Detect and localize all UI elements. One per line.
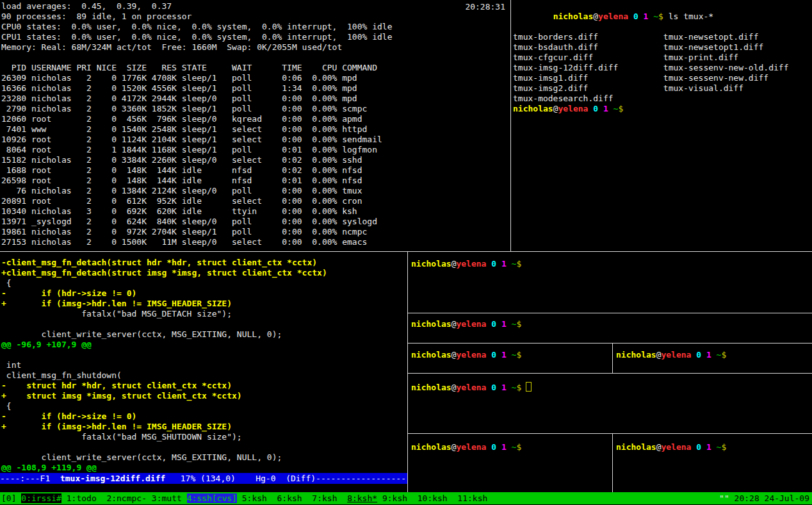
window-0-irssi[interactable]: 0:irssi# [21,493,61,503]
diff-line: + if (imsg->hdr.len != IMSG_HEADER_SIZE) [1,422,327,432]
prompt-status-1: 1 [501,350,507,360]
prompt-dollar: $ [618,104,623,113]
shell-prompt: nicholas@yelena 0 1 ~$ [616,442,726,452]
prompt-space [598,104,603,113]
diff-line: client_msg_fn_shutdown( [1,370,327,381]
prompt-status-0: 0 [491,259,496,269]
status-window-list: [0] 0:irssi# 1:todo 2:ncmpc- 3:mutt 4:ss… [1,492,487,504]
pane-emacs[interactable]: -client_msg_fn_detach(struct hdr *hdr, s… [0,252,407,492]
window-10-ksh[interactable]: 10:ksh [418,493,448,503]
prompt-status-1: 1 [501,259,507,269]
divider-right-3 [408,373,812,374]
status-separator [237,493,242,503]
prompt-user: nicholas [411,350,451,360]
prompt-user: nicholas [411,442,451,452]
status-separator [407,493,418,503]
shell-prompt: nicholas@yelena 0 1 ~$ [411,259,521,269]
prompt-dollar: $ [516,350,521,360]
prompt-status-1: 1 [603,104,608,113]
pane-shell-2[interactable]: nicholas@yelena 0 1 ~$ [408,313,812,343]
prompt-dollar: $ [516,442,521,452]
divider-right-1 [408,313,812,313]
prompt-status-1: 1 [501,383,507,392]
window-9-ksh[interactable]: 9:ksh [382,493,407,503]
window-6-ksh[interactable]: 6:ksh [277,493,302,503]
shell-prompt: nicholas@yelena 0 1 ~$ [411,350,521,360]
status-separator [267,493,277,503]
prompt-host: yelena [456,259,486,269]
prompt-space [638,12,644,21]
prompt-space [628,12,633,21]
prompt-space [608,104,613,113]
divider-main-horizontal [0,251,812,252]
pane-shell-3b[interactable]: nicholas@yelena 0 1 ~$ [613,344,812,373]
ls-file-listing: tmux-borders.diff tmux-newsetopt.diff tm… [513,32,788,104]
window-8-ksh-current[interactable]: 8:ksh* [347,493,377,503]
prompt-host: yelena [456,442,486,452]
pane-shell-3a[interactable]: nicholas@yelena 0 1 ~$ [408,344,612,373]
prompt-status-0: 0 [696,442,701,452]
prompt-space [648,12,653,21]
window-3-mutt[interactable]: 3:mutt [152,493,182,503]
session-name[interactable]: [0] [1,493,21,503]
diff-line: + struct imsg *imsg, struct client_ctx *… [1,391,327,401]
divider-bottom-vertical [407,252,408,492]
prompt-dollar: $ [721,350,726,360]
window-7-ksh[interactable]: 7:ksh [312,493,337,503]
emacs-modeline-filename: tmux-imsg-12diff.diff [60,474,165,483]
prompt-space [496,319,501,329]
diff-line: - if (hdr->size != 0) [1,288,327,299]
prompt-user: nicholas [616,350,656,360]
prompt-user: nicholas [616,442,656,452]
prompt-space [496,259,501,269]
status-separator [61,493,67,503]
emacs-modeline: ----:---F1 tmux-imsg-12diff.diff 17% (13… [0,473,407,484]
prompt-space [496,442,501,452]
window-5-ksh[interactable]: 5:ksh [242,493,267,503]
shell-prompt: nicholas@yelena 0 1 ~$ [616,350,726,360]
tmux-terminal-screen: load averages: 0.45, 0.39, 0.37 90 proce… [0,0,812,505]
prompt-host: yelena [456,383,486,392]
pane-shell-5a[interactable]: nicholas@yelena 0 1 ~$ [408,434,612,492]
pane-shell-1[interactable]: nicholas@yelena 0 1 ~$ [408,252,812,313]
prompt-dollar: $ [516,319,521,329]
diff-line: fatalx("bad MSG_SHUTDOWN size"); [1,432,327,442]
window-4-ssh[interactable]: 4:ssh[cvs] [187,493,237,503]
prompt-status-0: 0 [491,350,496,360]
window-11-ksh[interactable]: 11:ksh [457,493,487,503]
prompt-dollar: $ [516,259,521,269]
prompt-status-0: 0 [491,383,496,392]
emacs-buffer: -client_msg_fn_detach(struct hdr *hdr, s… [1,258,327,473]
prompt-status-1: 1 [706,442,711,452]
diff-line: - if (hdr->size != 0) [1,411,327,422]
top-summary: load averages: 0.45, 0.39, 0.37 90 proce… [1,1,392,53]
divider-right-2 [408,343,812,344]
prompt-dollar: $ [516,383,521,392]
pane-shell-active[interactable]: nicholas@yelena 0 1 ~$ [408,374,812,433]
prompt-status-0: 0 [491,442,496,452]
prompt-space [711,442,717,452]
status-separator [182,493,187,503]
diff-line: @@ -96,9 +107,9 @@ [1,340,327,350]
terminal-cursor [526,382,532,392]
divider-right-4 [408,433,812,434]
pane-shell-5b[interactable]: nicholas@yelena 0 1 ~$ [613,434,812,492]
diff-line: -client_msg_fn_detach(struct hdr *hdr, s… [1,258,327,268]
diff-line: fatalx("bad MSG_DETACH size"); [1,309,327,319]
prompt-space [507,319,512,329]
pane-shell-ls[interactable]: nicholas@yelena 0 1 ~$ ls tmux-* tmux-bo… [511,0,812,251]
shell-prompt: nicholas@yelena 0 1 ~$ [513,104,788,114]
prompt-space [507,383,512,392]
status-clock-date: 20:28 24-Jul-09 [729,493,809,503]
prompt-host: yelena [661,442,691,452]
prompt-user: nicholas [411,383,451,392]
prompt-dollar: $ [721,442,726,452]
prompt-user: nicholas [411,259,451,269]
window-1-todo[interactable]: 1:todo [67,493,97,503]
prompt-user: nicholas [553,12,594,21]
diff-line: + if (imsg->hdr.len != IMSG_HEADER_SIZE) [1,299,327,309]
shell-prompt: nicholas@yelena 0 1 ~$ [411,442,521,452]
diff-line: +client_msg_fn_detach(struct imsg *imsg,… [1,268,327,278]
window-2-ncmpc[interactable]: 2:ncmpc- [106,493,147,503]
pane-top-command[interactable]: load averages: 0.45, 0.39, 0.37 90 proce… [0,0,510,251]
